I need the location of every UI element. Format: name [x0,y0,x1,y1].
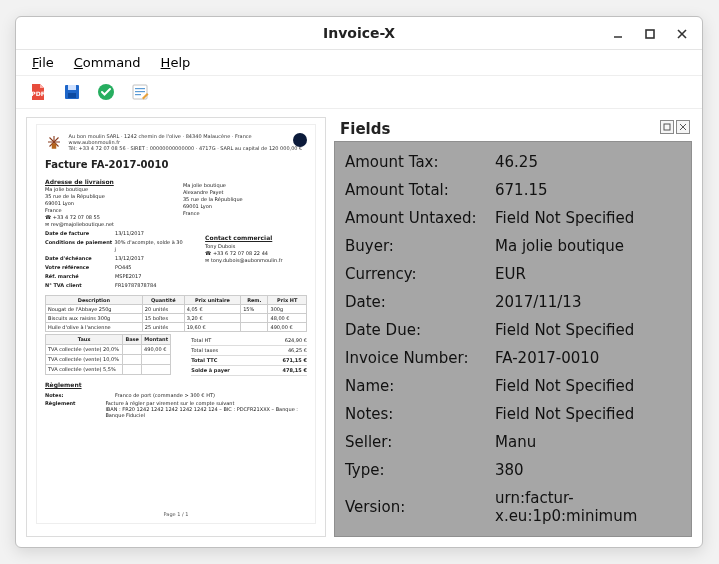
field-label: Invoice Number: [345,349,495,367]
field-row: Notes:Field Not Specified [345,400,681,428]
field-label: Seller: [345,433,495,451]
field-label: Notes: [345,405,495,423]
company-header2: Tél: +33 4 72 07 08 56 · SIRET : 0000000… [69,145,303,151]
titlebar: Invoice-X [16,17,702,50]
page-number: Page 1 / 1 [37,511,315,517]
field-row: Invoice Number:FA-2017-0010 [345,344,681,372]
svg-rect-12 [135,94,141,95]
field-value: urn:factur-x.eu:1p0:minimum [495,489,681,525]
svg-rect-7 [68,93,76,98]
svg-rect-1 [646,30,654,38]
field-value: Manu [495,433,681,451]
field-row: Currency:EUR [345,260,681,288]
brand-dot-icon [293,133,307,147]
field-label: Type: [345,461,495,479]
document-preview[interactable]: Au bon moulin SARL · 1242 chemin de l'ol… [26,117,326,537]
field-row: Amount Tax:46.25 [345,148,681,176]
svg-rect-6 [68,85,76,90]
field-value: FA-2017-0010 [495,349,681,367]
menu-command[interactable]: Command [66,52,149,73]
field-row: Amount Untaxed:Field Not Specified [345,204,681,232]
panel-close-icon[interactable] [676,120,690,134]
window-title: Invoice-X [16,25,702,41]
check-icon[interactable] [94,80,118,104]
field-value: Ma jolie boutique [495,237,681,255]
svg-text:PDF: PDF [31,90,44,97]
app-window: Invoice-X File Command Help PDF [15,16,703,548]
close-button[interactable] [668,22,696,46]
svg-rect-11 [135,91,145,92]
toolbar: PDF [16,76,702,109]
field-row: Seller:Manu [345,428,681,456]
windmill-icon [45,133,63,151]
field-row: Name:Field Not Specified [345,372,681,400]
field-label: Currency: [345,265,495,283]
field-value: 46.25 [495,153,681,171]
save-icon[interactable] [60,80,84,104]
addr-heading: Adresse de livraison [45,178,163,186]
invoice-title: Facture FA-2017-0010 [45,159,307,170]
fields-panel: Fields Amount Tax:46.25Amount Total:671.… [334,117,692,537]
minimize-button[interactable] [604,22,632,46]
contact-block: Tony Dubois ☎ +33 6 72 07 08 22 44 ✉ ton… [205,243,307,264]
field-value: Field Not Specified [495,377,681,395]
field-value: Field Not Specified [495,405,681,423]
field-label: Amount Tax: [345,153,495,171]
field-value: EUR [495,265,681,283]
menu-help[interactable]: Help [153,52,199,73]
maximize-button[interactable] [636,22,664,46]
field-row: Date:2017/11/13 [345,288,681,316]
svg-rect-18 [664,124,670,130]
field-row: Amount Total:671.15 [345,176,681,204]
panel-detach-icon[interactable] [660,120,674,134]
field-row: Type:380 [345,456,681,484]
field-label: Buyer: [345,237,495,255]
field-label: Name: [345,377,495,395]
field-value: 380 [495,461,681,479]
field-label: Date Due: [345,321,495,339]
field-value: Field Not Specified [495,209,681,227]
edit-icon[interactable] [128,80,152,104]
field-label: Amount Total: [345,181,495,199]
menubar: File Command Help [16,50,702,77]
invoice-line-table: Description Quantité Prix unitaire Rem. … [45,295,307,332]
field-label: Amount Untaxed: [345,209,495,227]
field-label: Date: [345,293,495,311]
contact-heading: Contact commercial [205,234,307,242]
field-label: Version: [345,498,495,516]
menu-file[interactable]: File [24,52,62,73]
field-value: 671.15 [495,181,681,199]
ship-address: Ma jolie boutique Alexandre Payet 35 rue… [183,182,301,217]
fields-panel-title: Fields [340,120,390,138]
field-value: Field Not Specified [495,321,681,339]
field-row: Buyer:Ma jolie boutique [345,232,681,260]
pdf-icon[interactable]: PDF [26,80,50,104]
field-value: 2017/11/13 [495,293,681,311]
totals-box: Total HT624,90 € Total taxes46,25 € Tota… [191,336,307,376]
field-row: Date Due:Field Not Specified [345,316,681,344]
field-row: Version:urn:factur-x.eu:1p0:minimum [345,484,681,530]
buyer-address: Ma jolie boutique 35 rue de la Républiqu… [45,186,163,228]
invoice-tva-table: Taux Base Montant TVA collectée (vente) … [45,334,171,375]
svg-rect-17 [52,144,57,149]
svg-rect-10 [135,88,145,89]
